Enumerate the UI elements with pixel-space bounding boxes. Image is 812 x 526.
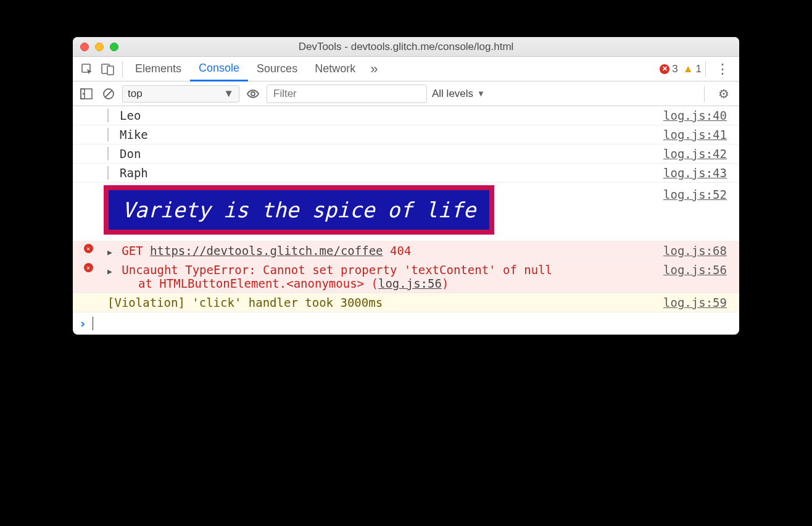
source-link[interactable]: log.js:42 <box>663 147 733 161</box>
source-link[interactable]: log.js:52 <box>663 188 733 201</box>
svg-line-6 <box>106 91 112 97</box>
tab-elements[interactable]: Elements <box>126 57 190 81</box>
divider <box>704 86 705 102</box>
text-caret <box>93 317 93 330</box>
levels-label: All levels <box>432 88 473 100</box>
clear-console-icon[interactable] <box>100 85 117 102</box>
log-text: Mike <box>120 128 148 141</box>
source-link[interactable]: log.js:59 <box>663 296 733 309</box>
http-method: GET <box>122 244 143 257</box>
divider <box>122 61 123 77</box>
expand-arrow-icon[interactable]: ▶ <box>107 248 112 257</box>
context-selector[interactable]: top ▼ <box>122 85 239 102</box>
js-error-row[interactable]: ✕ ▶ Uncaught TypeError: Cannot set prope… <box>73 261 739 293</box>
styled-log-row[interactable]: Variety is the spice of life log.js:52 <box>73 183 739 241</box>
stack-frame-suffix: ) <box>442 277 449 290</box>
source-link[interactable]: log.js:56 <box>663 263 733 277</box>
error-icon: ✕ <box>660 64 669 74</box>
console-settings-icon[interactable]: ⚙ <box>713 86 734 101</box>
window-title: DevTools - devtools.glitch.me/console/lo… <box>73 41 739 53</box>
live-expression-icon[interactable] <box>244 85 262 102</box>
devtools-tabbar: Elements Console Sources Network » ✕ 3 ▲… <box>73 57 739 81</box>
error-count-badge[interactable]: ✕ 3 <box>660 63 677 75</box>
device-toolbar-icon[interactable] <box>97 59 118 80</box>
network-error-row[interactable]: ✕ ▶ GET https://devtools.glitch.me/coffe… <box>73 241 739 261</box>
expand-arrow-icon[interactable]: ▶ <box>107 267 112 276</box>
log-text: Leo <box>120 109 141 122</box>
error-icon: ✕ <box>84 263 93 272</box>
titlebar: DevTools - devtools.glitch.me/console/lo… <box>73 37 739 57</box>
context-value: top <box>128 88 143 100</box>
console-prompt[interactable]: › <box>73 312 739 335</box>
toggle-sidebar-icon[interactable] <box>78 85 95 102</box>
source-link[interactable]: log.js:68 <box>663 244 733 257</box>
svg-rect-3 <box>81 89 92 99</box>
inspect-icon[interactable] <box>77 59 97 80</box>
log-text: Raph <box>120 166 148 180</box>
log-row[interactable]: Don log.js:42 <box>73 144 739 164</box>
source-link[interactable]: log.js:40 <box>663 109 733 122</box>
error-icon: ✕ <box>84 244 93 253</box>
source-link[interactable]: log.js:41 <box>663 128 733 141</box>
console-output: Leo log.js:40 Mike log.js:41 Don log.js:… <box>73 106 739 335</box>
error-url[interactable]: https://devtools.glitch.me/coffee <box>150 244 383 257</box>
settings-menu-icon[interactable]: ⋮ <box>710 61 735 77</box>
console-toolbar: top ▼ All levels ▼ ⚙ <box>73 81 739 106</box>
devtools-window: DevTools - devtools.glitch.me/console/lo… <box>73 37 739 335</box>
source-link[interactable]: log.js:43 <box>663 166 733 180</box>
log-text: Don <box>120 147 141 161</box>
violation-text: [Violation] 'click' handler took 3000ms <box>104 296 663 309</box>
stack-frame-prefix: at HTMLButtonElement.<anonymous> ( <box>138 277 378 290</box>
log-row[interactable]: Mike log.js:41 <box>73 125 739 144</box>
warning-count: 1 <box>696 63 702 75</box>
http-status: 404 <box>390 244 411 257</box>
svg-point-7 <box>251 92 255 96</box>
divider <box>705 61 706 77</box>
error-message: Uncaught TypeError: Cannot set property … <box>122 263 552 277</box>
warning-icon: ▲ <box>683 63 694 75</box>
log-row[interactable]: Leo log.js:40 <box>73 106 739 125</box>
stack-source-link[interactable]: log.js:56 <box>378 277 442 290</box>
violation-row[interactable]: [Violation] 'click' handler took 3000ms … <box>73 293 739 312</box>
chevron-down-icon: ▼ <box>477 89 485 98</box>
tab-network[interactable]: Network <box>306 57 364 81</box>
warning-count-badge[interactable]: ▲ 1 <box>683 63 702 75</box>
tab-sources[interactable]: Sources <box>248 57 306 81</box>
log-row[interactable]: Raph log.js:43 <box>73 164 739 183</box>
styled-log-text: Variety is the spice of life <box>104 185 494 235</box>
more-tabs-icon[interactable]: » <box>364 61 384 77</box>
svg-rect-2 <box>107 66 114 75</box>
prompt-chevron-icon: › <box>79 316 86 331</box>
chevron-down-icon: ▼ <box>223 88 234 100</box>
filter-input[interactable] <box>267 85 427 103</box>
tab-console[interactable]: Console <box>190 57 248 81</box>
log-levels-selector[interactable]: All levels ▼ <box>432 88 485 100</box>
error-count: 3 <box>672 63 677 75</box>
